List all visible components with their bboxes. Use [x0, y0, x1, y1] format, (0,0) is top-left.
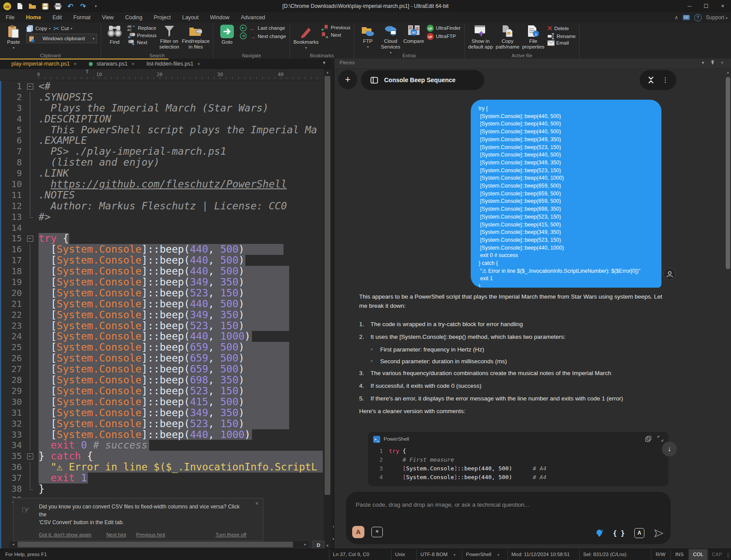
next-change-button[interactable]: →Next change: [249, 33, 286, 40]
next-hint-link[interactable]: Next hint: [106, 532, 126, 537]
cloud-services-button[interactable]: Cloud Services▾: [381, 24, 401, 55]
code-line[interactable]: 21 [System.Console]::beep(440, 500): [0, 299, 324, 310]
status-ln-37-col-9-c0[interactable]: Ln 37, Col 9, C0: [329, 549, 392, 560]
item-button[interactable]: [240, 24, 247, 31]
code-editor[interactable]: T 010203040 1<#2.SYNOPSIS3 Plays the Imp…: [0, 69, 331, 549]
code-line[interactable]: 18 [System.Console]::beep(440, 500): [0, 266, 324, 277]
ultraftp-button[interactable]: UFUltraFTP: [427, 33, 456, 40]
last-change-button[interactable]: ←Last change: [249, 24, 285, 32]
code-line[interactable]: 22 [System.Console]::beep(349, 350): [0, 310, 324, 320]
delete-button[interactable]: ✕Delete: [547, 24, 569, 32]
resize-grip[interactable]: ⣿: [727, 553, 730, 557]
keyboard-icon[interactable]: [683, 15, 690, 20]
redo-icon[interactable]: ↷: [79, 2, 87, 10]
replace-button[interactable]: ABACReplace: [127, 24, 156, 31]
tab-starwars-ps1[interactable]: starwars.ps1×: [84, 59, 140, 69]
close-icon[interactable]: ×: [197, 61, 200, 66]
chat-input[interactable]: Paste code, drag and drop an image, or a…: [356, 501, 529, 508]
ue-logo-icon[interactable]: UE: [3, 2, 11, 10]
next-button[interactable]: Next: [127, 39, 147, 45]
fold-toggle-icon[interactable]: [27, 453, 33, 459]
scroll-down-icon[interactable]: ▾: [324, 543, 331, 549]
code-line[interactable]: 38}: [0, 483, 324, 494]
maximize-button[interactable]: ☐: [698, 0, 714, 12]
ultrafinder-button[interactable]: UFUltraFinder: [427, 24, 461, 32]
previous-hint-link[interactable]: Previous hint: [136, 532, 165, 537]
collapse-ribbon-icon[interactable]: ∧: [675, 14, 679, 21]
code-line[interactable]: 3 Plays the Imperial March (Star Wars): [0, 103, 324, 114]
code-line[interactable]: 24 [System.Console]::beep(440, 1000): [0, 331, 324, 342]
code-line[interactable]: 37 exit 1: [0, 473, 324, 483]
next-button[interactable]: Next: [321, 32, 341, 38]
cut-button[interactable]: ✂Cut▾: [53, 24, 72, 33]
status-col[interactable]: COL: [689, 549, 707, 560]
expand-code-icon[interactable]: [658, 436, 663, 442]
translate-icon[interactable]: A: [634, 528, 644, 538]
status-unix[interactable]: Unix: [391, 549, 417, 560]
show-in-default-app-button[interactable]: Show in default app: [468, 24, 493, 50]
code-line[interactable]: 9.LINK: [0, 168, 324, 179]
collapse-icon[interactable]: [647, 76, 654, 84]
editor-vertical-scrollbar[interactable]: ▴ ▾: [324, 69, 331, 549]
code-line[interactable]: 23 [System.Console]::beep(523, 150): [0, 320, 324, 331]
code-line[interactable]: 15try {: [0, 233, 324, 244]
copy-code-icon[interactable]: [645, 436, 651, 442]
editor-horizontal-scrollbar[interactable]: ◂ ▸: [10, 541, 309, 548]
tab-list-hidden-files-ps1[interactable]: list-hidden-files.ps1×: [141, 59, 205, 69]
fold-toggle-icon[interactable]: [27, 236, 33, 242]
scroll-up-icon[interactable]: ▴: [725, 69, 731, 75]
code-line[interactable]: 36 "⚠ Error in line $($_.InvocationInfo.…: [0, 462, 324, 473]
code-line[interactable]: 30 [System.Console]::beep(415, 500): [0, 397, 324, 407]
minimize-button[interactable]: ─: [681, 0, 698, 12]
pieces-scroll-thumb[interactable]: [726, 77, 730, 269]
code-line[interactable]: 14: [0, 223, 324, 233]
code-line[interactable]: 35} catch {: [0, 451, 324, 462]
code-line[interactable]: 12 Author: Markus Fleschutz | License: C…: [0, 201, 324, 212]
new-file-icon[interactable]: [15, 2, 24, 10]
paste-button[interactable]: Paste▾: [3, 24, 24, 50]
menu-project[interactable]: Project: [148, 12, 177, 23]
document-map-button[interactable]: D: [312, 541, 325, 549]
windows-clipboard-button[interactable]: Windows clipboard▾: [26, 34, 97, 43]
menu-layout[interactable]: Layout: [176, 12, 204, 23]
scroll-right-icon[interactable]: ▸: [302, 541, 309, 547]
menu-advanced[interactable]: Advanced: [235, 12, 271, 23]
item-button[interactable]: [240, 32, 247, 39]
horizontal-scroll-thumb[interactable]: [17, 542, 293, 547]
menu-coding[interactable]: Coding: [119, 12, 148, 23]
code-line[interactable]: 17 [System.Console]::beep(440, 500): [0, 255, 324, 266]
code-line[interactable]: 34 exit 0 # success: [0, 440, 324, 451]
status-mod[interactable]: Mod: 11/12/2024 10:58:51 pm: [507, 549, 580, 560]
code-line[interactable]: 28 [System.Console]::beep(698, 350): [0, 375, 324, 386]
print-icon[interactable]: [53, 2, 62, 10]
customize-arrow-icon[interactable]: ▾: [91, 2, 100, 10]
scroll-left-icon[interactable]: ◂: [10, 541, 17, 547]
code-line[interactable]: 25 [System.Console]::beep(659, 500): [0, 342, 324, 353]
scroll-up-icon[interactable]: ▴: [324, 69, 331, 75]
file-properties-button[interactable]: iFile properties: [522, 24, 544, 50]
code-line[interactable]: 19 [System.Console]::beep(349, 350): [0, 277, 324, 288]
bookmarks-button[interactable]: Bookmarks▾: [294, 24, 319, 50]
email-button[interactable]: Email: [547, 40, 569, 46]
code-line[interactable]: 16 [System.Console]::beep(440, 500): [0, 244, 324, 255]
kebab-menu-icon[interactable]: ⋮: [662, 76, 669, 84]
pin-icon[interactable]: [710, 60, 715, 66]
menu-file[interactable]: File: [0, 12, 20, 23]
fold-toggle-icon[interactable]: [27, 83, 33, 90]
panel-dropdown-icon[interactable]: ▾: [702, 60, 704, 66]
scroll-to-bottom-button[interactable]: ↓: [662, 442, 677, 456]
code-line[interactable]: 7 PS> ./play-imperial-march.ps1: [0, 146, 324, 157]
code-line[interactable]: 8 (listen and enjoy): [0, 157, 324, 168]
code-line[interactable]: 32 [System.Console]::beep(523, 150): [0, 418, 324, 429]
code-line[interactable]: 20 [System.Console]::beep(523, 150): [0, 288, 324, 299]
close-icon[interactable]: ×: [73, 61, 76, 66]
code-line[interactable]: 10 https://github.com/fleschutz/PowerShe…: [0, 179, 324, 190]
send-icon[interactable]: [654, 529, 664, 538]
find-replace-in-files-button[interactable]: Find/replace in files: [182, 24, 210, 50]
code-line[interactable]: 26 [System.Console]::beep(659, 500): [0, 353, 324, 364]
code-line[interactable]: 13#>: [0, 212, 324, 223]
turn-off-link[interactable]: Turn these off: [216, 532, 246, 537]
menu-edit[interactable]: Edit: [47, 12, 68, 23]
filter-on-selection-button[interactable]: Filter on selection: [159, 24, 179, 50]
conversation-title-button[interactable]: Console Beep Sequence: [361, 70, 484, 90]
